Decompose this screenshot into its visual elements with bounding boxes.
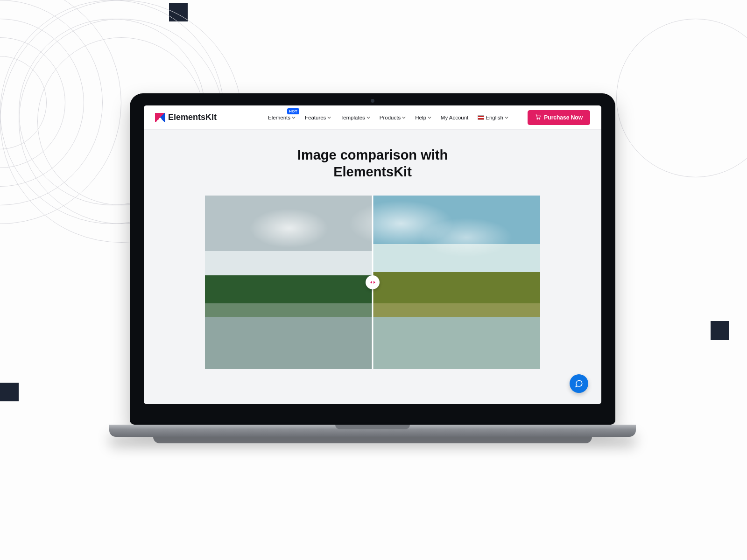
decor-square [711, 321, 729, 340]
image-comparison-widget[interactable] [205, 196, 540, 369]
laptop-mockup: ElementsKit Elements HOT Features Templa… [130, 93, 615, 443]
main-nav: Elements HOT Features Templates Products [268, 115, 518, 120]
chevron-down-icon [366, 116, 370, 119]
chat-fab[interactable] [570, 374, 588, 393]
nav-label: Elements [268, 115, 290, 120]
nav-label: Features [305, 115, 326, 120]
after-image [373, 196, 540, 369]
nav-label: My Account [441, 115, 468, 120]
comparison-drag-handle[interactable] [366, 275, 380, 289]
brand-logo[interactable]: ElementsKit [155, 112, 217, 122]
nav-label: Templates [340, 115, 365, 120]
before-pane [205, 196, 373, 369]
topbar: ElementsKit Elements HOT Features Templa… [144, 105, 601, 130]
laptop-base [109, 425, 636, 437]
page-content: Image comparison with ElementsKit [144, 130, 601, 404]
nav-features[interactable]: Features [305, 115, 331, 120]
purchase-button[interactable]: Purchase Now [528, 110, 590, 125]
nav-elements[interactable]: Elements HOT [268, 115, 296, 120]
us-flag-icon [478, 115, 484, 120]
purchase-label: Purchase Now [544, 114, 583, 121]
svg-point-1 [539, 118, 540, 119]
hot-badge: HOT [287, 108, 299, 114]
decor-square [0, 383, 19, 401]
decor-circle [616, 19, 747, 177]
chevron-down-icon [292, 116, 296, 119]
before-image [205, 196, 373, 369]
laptop-feet [153, 437, 592, 443]
laptop-camera [371, 99, 374, 103]
nav-label: English [486, 115, 503, 120]
page-title: Image comparison with ElementsKit [297, 147, 448, 181]
nav-language[interactable]: English [478, 115, 508, 120]
brand-name: ElementsKit [168, 112, 217, 122]
chevron-down-icon [428, 116, 431, 119]
nav-label: Help [415, 115, 426, 120]
cart-icon [535, 114, 541, 121]
app-screen: ElementsKit Elements HOT Features Templa… [144, 105, 601, 404]
svg-point-0 [537, 118, 538, 119]
after-pane [373, 196, 540, 369]
brand-mark-icon [155, 113, 165, 122]
arrow-right-icon [374, 281, 375, 284]
nav-help[interactable]: Help [415, 115, 431, 120]
chevron-down-icon [402, 116, 406, 119]
chevron-down-icon [327, 116, 331, 119]
nav-templates[interactable]: Templates [340, 115, 370, 120]
nav-my-account[interactable]: My Account [441, 115, 468, 120]
chevron-down-icon [505, 116, 508, 119]
nav-label: Products [380, 115, 401, 120]
nav-products[interactable]: Products [380, 115, 406, 120]
arrow-left-icon [370, 281, 372, 284]
